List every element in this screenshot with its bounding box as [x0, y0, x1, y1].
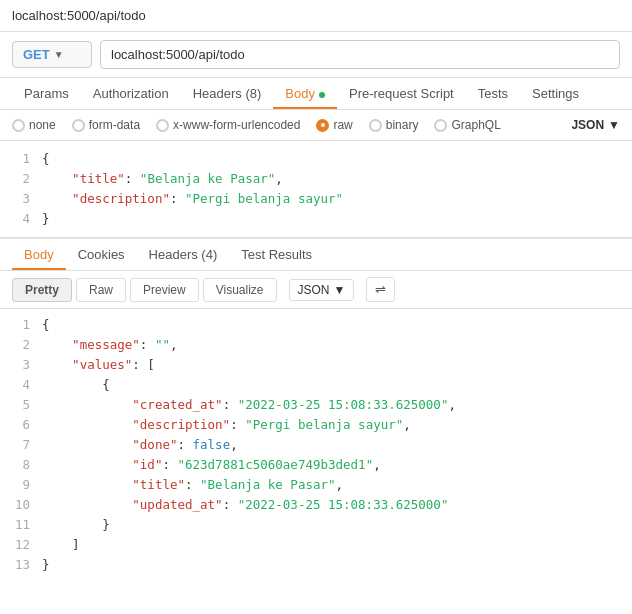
body-dot	[319, 92, 325, 98]
req-line-2: 2 "title": "Belanja ke Pasar",	[12, 169, 620, 189]
resp-line-13: 13 }	[12, 555, 620, 575]
option-binary[interactable]: binary	[369, 118, 419, 132]
response-format-row: Pretty Raw Preview Visualize JSON ▼ ⇌	[0, 271, 632, 309]
resp-line-3: 3 "values": [	[12, 355, 620, 375]
resp-tab-headers[interactable]: Headers (4)	[137, 239, 230, 270]
tab-params[interactable]: Params	[12, 78, 81, 109]
resp-line-2: 2 "message": "",	[12, 335, 620, 355]
method-selector[interactable]: GET ▼	[12, 41, 92, 68]
req-line-3: 3 "description": "Pergi belanja sayur"	[12, 189, 620, 209]
format-pretty[interactable]: Pretty	[12, 278, 72, 302]
resp-line-6: 6 "description": "Pergi belanja sayur",	[12, 415, 620, 435]
response-tabs: Body Cookies Headers (4) Test Results	[0, 239, 632, 271]
radio-graphql	[434, 119, 447, 132]
format-visualize[interactable]: Visualize	[203, 278, 277, 302]
format-raw[interactable]: Raw	[76, 278, 126, 302]
tab-settings[interactable]: Settings	[520, 78, 591, 109]
radio-form-data	[72, 119, 85, 132]
tab-tests[interactable]: Tests	[466, 78, 520, 109]
format-preview[interactable]: Preview	[130, 278, 199, 302]
option-form-data[interactable]: form-data	[72, 118, 140, 132]
radio-raw	[316, 119, 329, 132]
url-input[interactable]	[100, 40, 620, 69]
option-urlencoded[interactable]: x-www-form-urlencoded	[156, 118, 300, 132]
request-tabs: Params Authorization Headers (8) Body Pr…	[0, 78, 632, 110]
req-line-1: 1 {	[12, 149, 620, 169]
resp-line-5: 5 "created_at": "2022-03-25 15:08:33.625…	[12, 395, 620, 415]
resp-line-8: 8 "id": "623d7881c5060ae749b3ded1",	[12, 455, 620, 475]
option-graphql[interactable]: GraphQL	[434, 118, 500, 132]
tab-authorization[interactable]: Authorization	[81, 78, 181, 109]
tab-pre-request[interactable]: Pre-request Script	[337, 78, 466, 109]
tab-body[interactable]: Body	[273, 78, 337, 109]
method-label: GET	[23, 47, 50, 62]
resp-line-7: 7 "done": false,	[12, 435, 620, 455]
body-options: none form-data x-www-form-urlencoded raw…	[0, 110, 632, 141]
response-body-viewer: 1 { 2 "message": "", 3 "values": [ 4 { 5…	[0, 309, 632, 581]
resp-tab-cookies[interactable]: Cookies	[66, 239, 137, 270]
json-type-selector[interactable]: JSON ▼	[571, 118, 620, 132]
resp-line-11: 11 }	[12, 515, 620, 535]
resp-tab-body[interactable]: Body	[12, 239, 66, 270]
resp-line-1: 1 {	[12, 315, 620, 335]
option-none[interactable]: none	[12, 118, 56, 132]
resp-tab-test-results[interactable]: Test Results	[229, 239, 324, 270]
radio-binary	[369, 119, 382, 132]
req-line-4: 4 }	[12, 209, 620, 229]
resp-line-4: 4 {	[12, 375, 620, 395]
option-raw[interactable]: raw	[316, 118, 352, 132]
request-body-editor[interactable]: 1 { 2 "title": "Belanja ke Pasar", 3 "de…	[0, 141, 632, 239]
method-chevron: ▼	[54, 49, 64, 60]
resp-line-10: 10 "updated_at": "2022-03-25 15:08:33.62…	[12, 495, 620, 515]
tab-headers[interactable]: Headers (8)	[181, 78, 274, 109]
resp-line-9: 9 "title": "Belanja ke Pasar",	[12, 475, 620, 495]
resp-line-12: 12 ]	[12, 535, 620, 555]
radio-urlencoded	[156, 119, 169, 132]
wrap-button[interactable]: ⇌	[366, 277, 395, 302]
radio-none	[12, 119, 25, 132]
response-json-selector[interactable]: JSON ▼	[289, 279, 355, 301]
page-title: localhost:5000/api/todo	[12, 8, 146, 23]
title-bar: localhost:5000/api/todo	[0, 0, 632, 32]
url-bar: GET ▼	[0, 32, 632, 78]
